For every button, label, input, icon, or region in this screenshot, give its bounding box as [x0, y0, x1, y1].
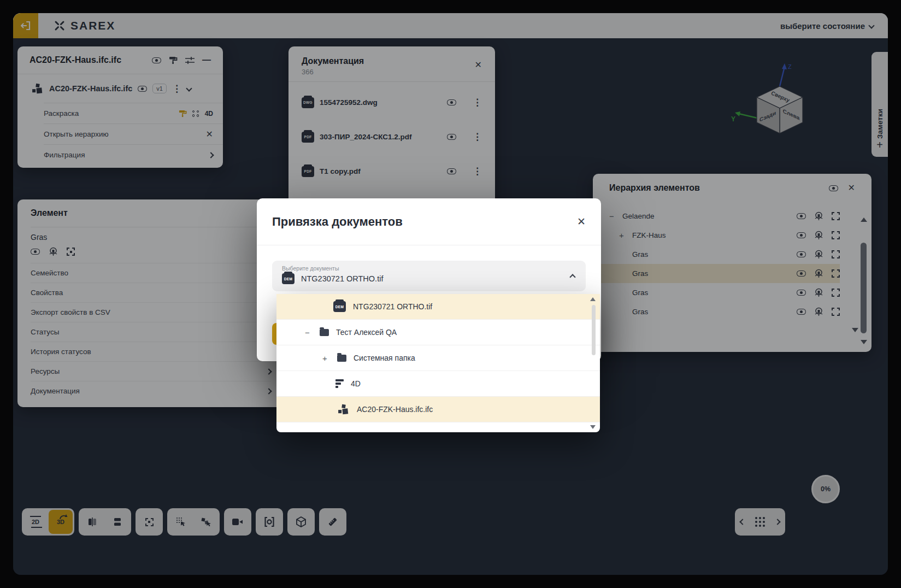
dem-file-icon: DEM	[282, 273, 295, 284]
dropdown-item-label: Системная папка	[354, 354, 415, 362]
dropdown-scrollbar[interactable]	[590, 297, 597, 429]
scroll-down-icon[interactable]	[590, 425, 596, 429]
dropdown-folder-item[interactable]: + Системная папка	[276, 345, 600, 371]
expand-folder-icon[interactable]: +	[322, 354, 330, 363]
select-label: Выберите документы	[282, 265, 576, 272]
select-value: NTG230721 ORTHO.tif	[301, 274, 383, 283]
dropdown-item[interactable]: 4D	[276, 371, 600, 397]
dropdown-folder-item[interactable]: − Тест Алексей QA	[276, 320, 600, 345]
app-window: SAREX выберите состояние Z Y Сверху Сзад…	[13, 13, 888, 575]
modal-close-icon[interactable]: ✕	[577, 216, 586, 227]
model-cubes-icon	[338, 404, 350, 415]
collapse-folder-icon[interactable]: −	[305, 328, 313, 337]
folder-icon	[320, 329, 329, 336]
dropdown-item-label: NTG230721 ORTHO.tif	[353, 302, 432, 311]
dropdown-item-label: AC20-FZK-Haus.ifc.ifc	[357, 405, 433, 414]
dropdown-item-selected[interactable]: DEM NTG230721 ORTHO.tif	[276, 294, 600, 320]
documents-dropdown: DEM NTG230721 ORTHO.tif − Тест Алексей Q…	[276, 294, 600, 432]
screenshot-stage: SAREX выберите состояние Z Y Сверху Сзад…	[0, 0, 901, 588]
4d-schedule-icon	[335, 379, 344, 388]
dropdown-item-selected[interactable]: AC20-FZK-Haus.ifc.ifc	[276, 397, 600, 422]
modal-title: Привязка документов	[272, 215, 577, 229]
dem-file-icon: DEM	[333, 301, 346, 312]
folder-icon	[337, 355, 346, 362]
dropdown-item-label: 4D	[351, 379, 361, 388]
scrollbar-thumb[interactable]	[592, 305, 596, 355]
documents-select[interactable]: Выберите документы DEM NTG230721 ORTHO.t…	[272, 261, 586, 291]
scroll-up-icon[interactable]	[590, 297, 596, 301]
dropdown-item-label: Тест Алексей QA	[336, 328, 397, 337]
